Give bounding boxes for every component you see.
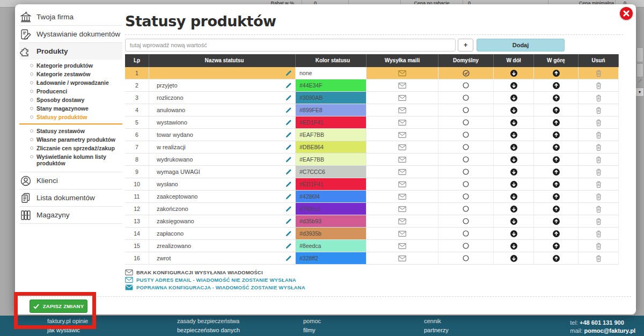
mail-toggle-button[interactable] [367, 141, 438, 153]
sidebar-subitem[interactable]: Statusy zestawów [30, 127, 122, 135]
status-color-cell[interactable]: #899FE8 [296, 104, 367, 116]
default-radio-button[interactable] [438, 166, 494, 178]
footer-link[interactable]: partnerzy [424, 327, 449, 333]
plus-button[interactable]: + [458, 39, 473, 52]
default-radio-button[interactable] [438, 240, 494, 252]
delete-button[interactable] [579, 252, 619, 264]
default-radio-button[interactable] [438, 252, 494, 264]
delete-button[interactable] [579, 92, 619, 104]
move-down-button[interactable] [494, 215, 534, 227]
move-up-button[interactable] [534, 166, 579, 178]
status-row[interactable]: 7w realizacji#DBE864 [125, 141, 619, 154]
move-up-button[interactable] [534, 129, 579, 141]
mail-toggle-button[interactable] [367, 67, 438, 79]
move-up-button[interactable] [534, 104, 579, 116]
move-up-button[interactable] [534, 92, 579, 104]
edit-button[interactable] [282, 230, 292, 237]
move-down-button[interactable] [494, 252, 534, 264]
move-up-button[interactable] [534, 215, 579, 227]
mail-toggle-button[interactable] [367, 154, 438, 165]
status-row[interactable]: 9wymaga UWAGI#C7CCC6 [125, 166, 619, 178]
mail-toggle-button[interactable] [367, 92, 438, 104]
move-down-button[interactable] [494, 203, 534, 215]
delete-button[interactable] [579, 203, 619, 215]
sidebar-subitem[interactable]: Własne parametry produktów [30, 135, 122, 144]
sidebar-item-wystawianie-dokumentow[interactable]: Wystawianie dokumentów [19, 26, 122, 43]
move-down-button[interactable] [494, 67, 534, 79]
status-color-cell[interactable]: #4286f4 [296, 191, 367, 202]
edit-button[interactable] [282, 243, 292, 250]
move-up-button[interactable] [534, 252, 579, 264]
default-radio-button[interactable] [438, 178, 494, 190]
footer-link[interactable]: bezpieczeństwo danych [177, 327, 240, 333]
sidebar-subitem[interactable]: Stany magazynowe [30, 104, 122, 113]
move-up-button[interactable] [534, 154, 579, 165]
move-up-button[interactable] [534, 203, 579, 215]
mail-toggle-button[interactable] [367, 228, 438, 239]
mail-toggle-button[interactable] [367, 166, 438, 178]
status-row[interactable]: 5wystawiono#ED1F41 [125, 116, 619, 129]
default-radio-button[interactable] [438, 154, 494, 165]
status-color-cell[interactable]: #792ccc [296, 203, 367, 215]
edit-button[interactable] [282, 144, 292, 151]
move-down-button[interactable] [494, 92, 534, 104]
move-down-button[interactable] [494, 116, 534, 128]
footer-link[interactable]: jak wystawić [47, 327, 88, 333]
footer-mail-address[interactable]: pomoc@faktury.pl [584, 327, 635, 334]
move-up-button[interactable] [534, 79, 579, 91]
edit-button[interactable] [282, 132, 292, 138]
delete-button[interactable] [579, 191, 619, 202]
mail-toggle-button[interactable] [367, 215, 438, 227]
mail-toggle-button[interactable] [367, 129, 438, 141]
status-row[interactable]: 12zakończono#792ccc [125, 203, 619, 215]
sidebar-subitem[interactable]: Wyświetlanie kolumn listy produktów [30, 152, 122, 167]
default-radio-button[interactable] [438, 92, 494, 104]
edit-button[interactable] [282, 218, 292, 225]
move-up-button[interactable] [534, 228, 579, 239]
delete-button[interactable] [579, 178, 619, 190]
edit-button[interactable] [282, 156, 292, 163]
delete-button[interactable] [579, 166, 619, 178]
footer-link[interactable]: cennik [424, 318, 449, 324]
status-row[interactable]: 13zaksięgowano#d35b93 [125, 215, 619, 228]
mail-toggle-button[interactable] [367, 203, 438, 215]
status-row[interactable]: 4anulowano#899FE8 [125, 104, 619, 116]
move-up-button[interactable] [534, 178, 579, 190]
close-button[interactable] [620, 7, 633, 20]
edit-button[interactable] [282, 119, 292, 126]
move-down-button[interactable] [494, 191, 534, 202]
sidebar-item-magazyny[interactable]: Magazyny [19, 207, 122, 224]
move-down-button[interactable] [494, 166, 534, 178]
delete-button[interactable] [579, 116, 619, 128]
default-radio-button[interactable] [438, 67, 494, 79]
status-color-cell[interactable]: #8eedca [296, 240, 367, 252]
status-color-cell[interactable]: #328ff2 [296, 252, 367, 264]
default-radio-button[interactable] [438, 141, 494, 153]
default-radio-button[interactable] [438, 129, 494, 141]
edit-button[interactable] [282, 206, 292, 213]
edit-button[interactable] [282, 255, 292, 262]
status-color-cell[interactable]: #ED1F41 [296, 178, 367, 190]
new-status-input[interactable] [125, 39, 456, 52]
mail-toggle-button[interactable] [367, 79, 438, 91]
footer-link[interactable]: zasady bezpieczeństwa [177, 318, 240, 324]
sidebar-item-twoja-firma[interactable]: Twoja firma [19, 9, 122, 26]
mail-toggle-button[interactable] [367, 191, 438, 202]
status-row[interactable]: 3rozliczono#3090AB [125, 92, 619, 104]
status-row[interactable]: 16zwrot#328ff2 [125, 252, 619, 265]
move-up-button[interactable] [534, 240, 579, 252]
move-down-button[interactable] [494, 240, 534, 252]
move-down-button[interactable] [494, 129, 534, 141]
edit-button[interactable] [282, 169, 292, 176]
sidebar-subitem[interactable]: Producenci [30, 87, 122, 96]
sidebar-subitem[interactable]: Ładowanie / wprowadzanie [30, 78, 122, 87]
mail-toggle-button[interactable] [367, 178, 438, 190]
move-down-button[interactable] [494, 178, 534, 190]
default-radio-button[interactable] [438, 116, 494, 128]
default-radio-button[interactable] [438, 104, 494, 116]
sidebar-subitem[interactable]: Zliczanie cen sprzedaż/zakup [30, 144, 122, 152]
status-color-cell[interactable]: #EAF7BB [296, 154, 367, 165]
footer-link[interactable]: pomoc [303, 318, 321, 324]
edit-button[interactable] [282, 94, 292, 101]
delete-button[interactable] [579, 240, 619, 252]
